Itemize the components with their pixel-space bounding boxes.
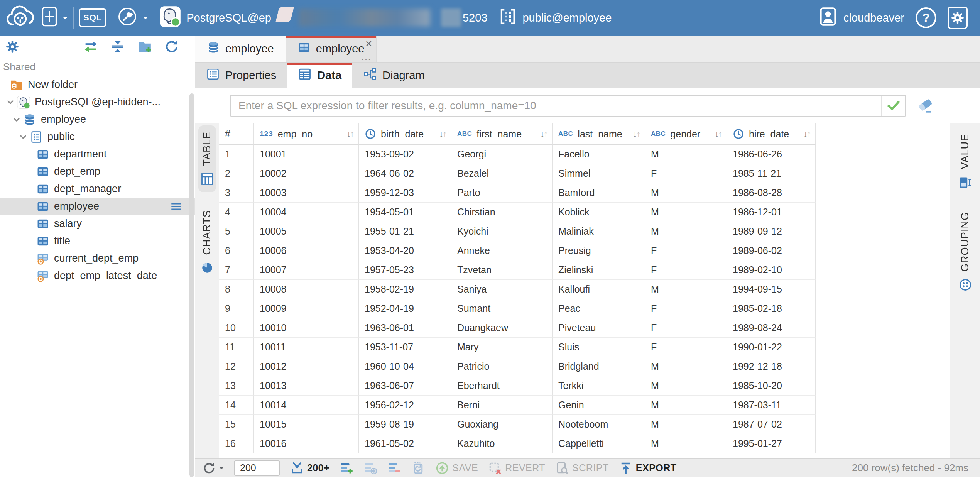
tree-item-department[interactable]: department [0,145,195,163]
table-cell[interactable]: 10009 [254,299,359,318]
sort-toggle-icon[interactable]: ↓↑ [346,129,355,139]
right-panel-tab-value[interactable]: VALUE [956,128,974,196]
table-cell[interactable]: 1985-02-18 [727,299,816,318]
table-cell[interactable]: 1959-12-03 [359,183,451,203]
row-number-cell[interactable]: 10 [219,318,254,338]
table-cell[interactable]: 1992-12-18 [727,357,816,376]
table-cell[interactable]: 1953-11-07 [359,338,451,357]
chevron-down-icon[interactable] [17,130,30,144]
clear-filter-button[interactable] [914,95,936,117]
sort-toggle-icon[interactable]: ↓↑ [633,129,641,139]
row-number-cell[interactable]: 16 [219,434,254,453]
row-number-cell[interactable]: 3 [219,183,254,203]
tree-item-current-dept-emp[interactable]: current_dept_emp [0,250,195,267]
auto-refresh-button[interactable] [411,461,425,475]
duplicate-row-button[interactable] [363,461,377,475]
tree-item-salary[interactable]: salary [0,215,195,232]
right-panel-tab-grouping[interactable]: GROUPING [956,206,974,298]
table-cell[interactable]: 1953-04-20 [359,241,451,260]
row-limit-input[interactable] [234,460,280,476]
table-cell[interactable]: 1994-09-15 [727,280,816,299]
table-cell[interactable]: 1989-02-10 [727,260,816,280]
table-cell[interactable]: 10001 [254,145,359,164]
column-header-first_name[interactable]: ABCfirst_name↓↑ [451,123,553,145]
table-cell[interactable]: F [645,164,727,183]
table-cell[interactable]: Kalloufi [553,280,645,299]
refresh-results-button[interactable] [202,461,224,475]
revert-button[interactable]: REVERT [488,461,545,475]
collapse-all-button[interactable] [110,39,125,55]
sort-toggle-icon[interactable]: ↓↑ [715,129,723,139]
table-cell[interactable]: 1956-02-12 [359,396,451,415]
row-number-cell[interactable]: 12 [219,357,254,376]
table-cell[interactable]: 1963-06-07 [359,376,451,396]
table-cell[interactable]: Koblick [553,203,645,222]
row-number-cell[interactable]: 2 [219,164,254,183]
row-number-cell[interactable]: 14 [219,396,254,415]
table-cell[interactable]: 10003 [254,183,359,203]
chevron-down-icon[interactable] [10,113,23,126]
table-cell[interactable]: M [645,396,727,415]
table-cell[interactable]: Anneke [451,241,553,260]
chevron-down-icon[interactable] [4,96,17,109]
row-number-cell[interactable]: 9 [219,299,254,318]
apply-filter-button[interactable] [881,96,905,116]
sql-editor-button[interactable]: SQL [74,0,112,36]
column-header-rownum[interactable]: # [219,123,254,145]
table-cell[interactable]: F [645,299,727,318]
table-cell[interactable]: 1953-09-02 [359,145,451,164]
table-cell[interactable]: 10008 [254,280,359,299]
tab-employee-database[interactable]: employee [195,36,286,62]
table-cell[interactable]: Chirstian [451,203,553,222]
table-cell[interactable]: Peac [553,299,645,318]
row-number-cell[interactable]: 15 [219,415,254,434]
table-cell[interactable]: Bamford [553,183,645,203]
table-cell[interactable]: Tzvetan [451,260,553,280]
table-cell[interactable]: Eberhardt [451,376,553,396]
table-cell[interactable]: 1989-09-12 [727,222,816,241]
add-row-button[interactable] [340,461,353,475]
table-cell[interactable]: Bridgland [553,357,645,376]
table-cell[interactable]: 1995-01-27 [727,434,816,453]
table-cell[interactable]: 1959-08-19 [359,415,451,434]
table-cell[interactable]: 10015 [254,415,359,434]
row-number-cell[interactable]: 4 [219,203,254,222]
table-cell[interactable]: M [645,203,727,222]
tree-item-dept-emp-latest-date[interactable]: dept_emp_latest_date [0,267,195,284]
tree-item-public[interactable]: public [0,128,195,145]
table-cell[interactable]: 1960-10-04 [359,357,451,376]
tab-employee-table[interactable]: employee×… [286,36,377,62]
table-cell[interactable]: Sluis [553,338,645,357]
connection-selector[interactable]: PostgreSQL@ep 5203 [154,0,493,36]
table-cell[interactable]: M [645,434,727,453]
tree-item-menu-button[interactable] [168,200,185,213]
sync-selection-button[interactable] [83,39,98,55]
table-cell[interactable]: 10010 [254,318,359,338]
fetch-next-page-button[interactable]: 200+ [290,461,329,475]
table-cell[interactable]: 10016 [254,434,359,453]
table-cell[interactable]: 1964-06-02 [359,164,451,183]
table-cell[interactable]: 1989-06-02 [727,241,816,260]
table-cell[interactable]: Zielinski [553,260,645,280]
connection-tools-button[interactable] [112,0,154,36]
table-cell[interactable]: Preusig [553,241,645,260]
table-cell[interactable]: Cappelletti [553,434,645,453]
subtab-properties[interactable]: Properties [195,63,287,88]
table-cell[interactable]: Berni [451,396,553,415]
subtab-data[interactable]: Data [287,63,352,88]
tree-item-dept-manager[interactable]: dept_manager [0,180,195,198]
table-cell[interactable]: Duangkaew [451,318,553,338]
table-cell[interactable]: 1986-12-01 [727,203,816,222]
column-header-birth_date[interactable]: birth_date↓↑ [359,123,451,145]
row-number-cell[interactable]: 6 [219,241,254,260]
table-cell[interactable]: Nooteboom [553,415,645,434]
table-cell[interactable]: 1990-01-22 [727,338,816,357]
table-cell[interactable]: 1957-05-23 [359,260,451,280]
table-cell[interactable]: Sumant [451,299,553,318]
tree-item-employee[interactable]: employee [0,111,195,128]
schema-selector[interactable]: public@employee [493,0,617,36]
table-cell[interactable]: Mary [451,338,553,357]
table-cell[interactable]: 10014 [254,396,359,415]
table-cell[interactable]: 10012 [254,357,359,376]
new-folder-button[interactable] [137,39,152,55]
